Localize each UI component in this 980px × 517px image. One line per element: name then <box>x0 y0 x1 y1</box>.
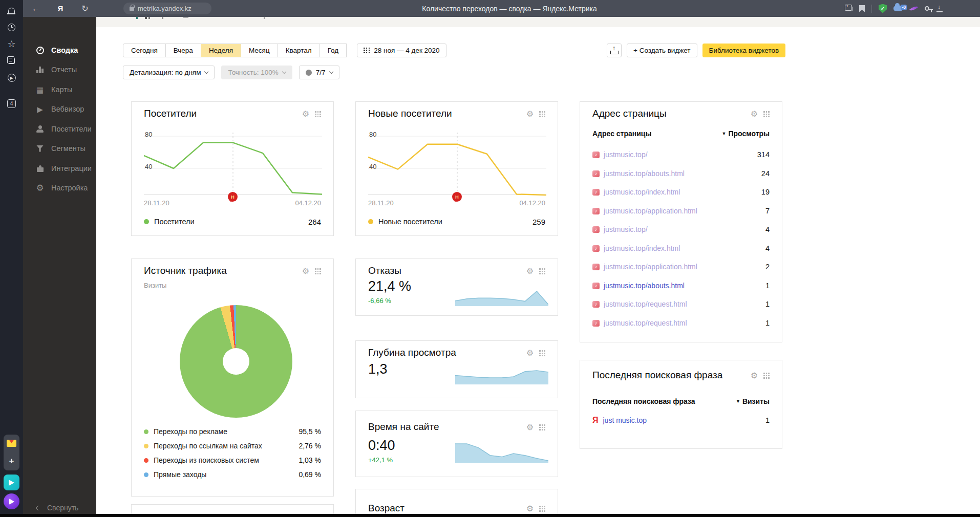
history-clock-icon[interactable] <box>0 20 23 34</box>
donut-legend-row[interactable]: Прямые заходы 0,69 % <box>144 467 321 482</box>
password-manager-icon[interactable] <box>925 6 929 11</box>
chevron-down-icon <box>282 70 286 74</box>
refresh-icon[interactable]: ↻ <box>78 0 92 17</box>
widget-settings-gear-icon[interactable]: ⚙ <box>526 349 534 357</box>
sidebar-item-segments[interactable]: Сегменты <box>23 139 96 158</box>
dashboard-icon <box>35 46 45 55</box>
back-arrow-icon[interactable]: ← <box>29 0 42 17</box>
widget-time-on-site: Время на сайте ⚙ 0:40 +42,1 % <box>355 411 558 477</box>
period-tab-quarter[interactable]: Квартал <box>278 44 320 57</box>
traffic-donut-chart[interactable] <box>180 305 292 418</box>
page-link[interactable]: justmusic.top/application.html <box>604 263 697 271</box>
widget-settings-gear-icon[interactable]: ⚙ <box>751 110 758 118</box>
visitors-line-chart[interactable] <box>144 130 322 198</box>
sidebar-item-maps[interactable]: ▦ Карты <box>23 80 96 99</box>
export-button[interactable] <box>607 44 622 57</box>
adblock-shield-icon[interactable]: ✓ <box>879 4 887 13</box>
holiday-marker[interactable]: Н <box>228 192 238 202</box>
column-metric[interactable]: ▼Просмотры <box>722 130 770 138</box>
page-link[interactable]: justmusic.top/application.html <box>604 207 697 215</box>
sidebar-item-integrations[interactable]: Интеграции <box>23 159 96 178</box>
period-tab-yesterday[interactable]: Вчера <box>165 44 201 57</box>
bottom-edge-bar <box>0 514 980 517</box>
sidebar-item-visitors[interactable]: Посетители <box>23 119 96 139</box>
period-tab-month[interactable]: Месяц <box>241 44 278 57</box>
widget-drag-handle-icon[interactable] <box>315 111 321 117</box>
donut-legend-row[interactable]: Переходы по рекламе 95,5 % <box>144 424 321 439</box>
widget-settings-gear-icon[interactable]: ⚙ <box>526 423 534 432</box>
widget-settings-gear-icon[interactable]: ⚙ <box>526 110 534 118</box>
sidebar-item-summary[interactable]: Сводка <box>23 40 96 60</box>
sidebar-item-reports[interactable]: Отчеты <box>23 60 96 79</box>
page-link[interactable]: justmusic.top/index.html <box>604 244 680 252</box>
create-widget-button[interactable]: + Создать виджет <box>627 44 697 57</box>
sidebar-item-label: Отчеты <box>51 66 77 74</box>
views-value: 4 <box>765 225 770 233</box>
detail-dropdown[interactable]: Детализация: по дням <box>123 66 215 79</box>
period-tab-today[interactable]: Сегодня <box>123 44 166 57</box>
page-link[interactable]: justmusic.top/index.html <box>604 188 680 196</box>
date-range-button[interactable]: 28 ноя — 4 дек 2020 <box>357 44 446 57</box>
site-favicon: ♪ <box>592 283 600 289</box>
column-dimension[interactable]: Адрес страницы <box>592 130 651 138</box>
accuracy-dropdown[interactable]: Точность: 100% <box>221 66 292 79</box>
widget-drag-handle-icon[interactable] <box>539 424 545 430</box>
widget-drag-handle-icon[interactable] <box>763 111 770 117</box>
collections-docs-icon[interactable] <box>0 54 23 68</box>
widget-drag-handle-icon[interactable] <box>315 268 321 274</box>
weather-cloud-icon[interactable]: -8 <box>893 6 903 11</box>
add-app-plus-icon[interactable]: + <box>9 457 14 465</box>
donut-legend-row[interactable]: Переходы по ссылкам на сайтах 2,76 % <box>144 439 321 453</box>
table-row: ♪justmusic.top/application.html2 <box>592 258 770 275</box>
page-link[interactable]: justmusic.top/abouts.html <box>604 282 685 290</box>
yandex-logo-icon[interactable]: Я <box>54 0 67 17</box>
page-link[interactable]: justmusic.top/ <box>604 150 648 159</box>
kpi-delta: -6,66 % <box>368 297 391 305</box>
widget-settings-gear-icon[interactable]: ⚙ <box>526 267 534 275</box>
holiday-marker[interactable]: Н <box>452 192 462 202</box>
chevron-down-icon <box>204 70 208 74</box>
donut-legend-row[interactable]: Переходы из поисковых систем 1,03 % <box>144 453 321 467</box>
period-tab-year[interactable]: Год <box>319 44 347 57</box>
comments-dropdown[interactable]: 7/7 <box>299 66 339 79</box>
widget-drag-handle-icon[interactable] <box>763 373 770 379</box>
yandex-mail-icon[interactable] <box>7 440 16 447</box>
period-tab-week[interactable]: Неделя <box>201 44 241 57</box>
notifications-bell-icon[interactable] <box>0 4 23 17</box>
widget-settings-gear-icon[interactable]: ⚙ <box>751 372 758 380</box>
widget-drag-handle-icon[interactable] <box>539 350 545 356</box>
bookmark-icon[interactable] <box>859 5 865 12</box>
chart-legend[interactable]: Новые посетители 259 <box>368 216 545 228</box>
chart-legend[interactable]: Посетители 264 <box>144 216 321 228</box>
widget-settings-gear-icon[interactable]: ⚙ <box>526 505 534 513</box>
url-text[interactable]: metrika.yandex.kz <box>138 5 191 12</box>
messenger-icon[interactable] <box>4 475 19 490</box>
favorites-star-icon[interactable]: ☆ <box>0 37 23 51</box>
column-dimension[interactable]: Последняя поисковая фраза <box>592 397 695 405</box>
widget-library-button[interactable]: Библиотека виджетов <box>702 44 786 57</box>
comment-bubble-icon <box>306 70 312 76</box>
gear-icon: ⚙ <box>35 183 45 192</box>
widget-drag-handle-icon[interactable] <box>539 506 545 512</box>
feather-extension-icon[interactable] <box>909 5 919 13</box>
downloads-icon[interactable] <box>936 5 943 12</box>
widget-settings-gear-icon[interactable]: ⚙ <box>302 267 309 275</box>
page-link[interactable]: justmusic.top/request.html <box>604 319 687 327</box>
widget-drag-handle-icon[interactable] <box>539 111 545 117</box>
alice-assistant-icon[interactable] <box>4 493 19 509</box>
widget-settings-gear-icon[interactable]: ⚙ <box>302 110 309 118</box>
sidebar-item-webvisor[interactable]: ▶ Вебвизор <box>23 99 96 119</box>
media-play-icon[interactable]: ▶ <box>0 71 23 84</box>
page-link[interactable]: justmusic.top/abouts.html <box>604 169 685 178</box>
address-bar[interactable]: metrika.yandex.kz <box>123 3 211 14</box>
search-phrase-link[interactable]: just music.top <box>603 416 647 424</box>
column-metric[interactable]: ▼Визиты <box>736 397 770 405</box>
widget-drag-handle-icon[interactable] <box>539 268 545 274</box>
page-link[interactable]: justmusic.top/ <box>604 225 648 233</box>
tabs-overview-icon[interactable] <box>846 6 853 11</box>
sidebar-item-label: Вебвизор <box>51 105 84 113</box>
tab-counter-badge[interactable]: 4 <box>0 97 23 110</box>
sidebar-item-settings[interactable]: ⚙ Настройка <box>23 178 96 198</box>
page-link[interactable]: justmusic.top/request.html <box>604 300 687 308</box>
new-visitors-line-chart[interactable] <box>368 130 546 198</box>
